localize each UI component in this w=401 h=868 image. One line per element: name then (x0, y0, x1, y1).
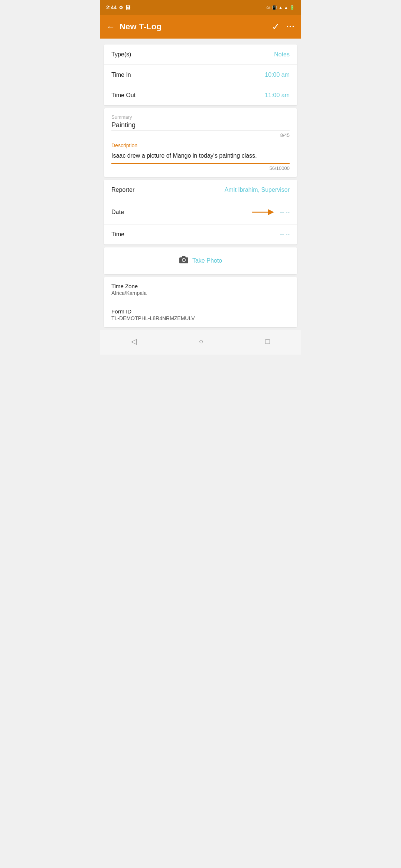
status-time: 2:44 (106, 4, 117, 10)
time-out-value: 11:00 am (265, 92, 290, 99)
time-placeholder: -- -- (280, 231, 290, 238)
time-out-row[interactable]: Time Out 11:00 am (104, 85, 297, 105)
time-row[interactable]: Time -- -- (104, 224, 297, 244)
camera-icon (179, 256, 189, 266)
description-label: Description (111, 142, 290, 148)
take-photo-card[interactable]: Take Photo (104, 247, 297, 274)
info-card: Time Zone Africa/Kampala Form ID TL-DEMO… (104, 277, 297, 327)
type-row[interactable]: Type(s) Notes (104, 45, 297, 65)
app-bar: ← New T-Log ✓ ⋮ (100, 15, 301, 39)
arrow-right-icon (251, 207, 277, 217)
vibrate-icon: 📳 (272, 5, 277, 10)
signal-icon: ▲ (284, 5, 288, 10)
timezone-value: Africa/Kampala (111, 290, 290, 296)
back-button[interactable]: ← (106, 22, 115, 32)
app-bar-actions: ✓ ⋮ (272, 21, 295, 33)
summary-field[interactable]: Summary Painting 8/45 (111, 114, 290, 138)
nav-recent-button[interactable]: □ (256, 334, 278, 349)
nav-bar: ◁ ○ □ (100, 330, 301, 355)
more-options-button[interactable]: ⋮ (286, 22, 294, 31)
nav-home-button[interactable]: ○ (190, 334, 212, 349)
gallery-icon: 🖼 (125, 5, 130, 10)
description-field[interactable]: Description Isaac drew a picture of Mang… (111, 142, 290, 171)
timezone-title: Time Zone (111, 283, 290, 289)
time-in-value: 10:00 am (265, 72, 290, 78)
reporter-row[interactable]: Reporter Amit Ibrahim, Supervisor (104, 180, 297, 200)
save-button[interactable]: ✓ (272, 21, 280, 33)
time-label: Time (111, 231, 124, 238)
time-in-label: Time In (111, 72, 131, 78)
summary-description-card: Summary Painting 8/45 Description Isaac … (104, 108, 297, 177)
date-arrow-area: -- -- (124, 207, 290, 217)
summary-float-label: Summary (111, 114, 290, 120)
form-id-value: TL-DEMOTPHL-L8R4NRMZEMULV (111, 315, 290, 321)
reporter-label: Reporter (111, 187, 134, 193)
description-value: Isaac drew a picture of Mango in today's… (111, 151, 290, 164)
summary-value: Painting (111, 121, 290, 131)
form-id-title: Form ID (111, 308, 290, 315)
timezone-row: Time Zone Africa/Kampala (104, 277, 297, 302)
take-photo-label: Take Photo (192, 257, 222, 264)
type-label: Type(s) (111, 51, 131, 58)
reporter-card: Reporter Amit Ibrahim, Supervisor Date -… (104, 180, 297, 244)
content-area: Type(s) Notes Time In 10:00 am Time Out … (100, 39, 301, 358)
reporter-value: Amit Ibrahim, Supervisor (225, 187, 290, 193)
wifi-icon: ▲ (278, 5, 283, 10)
form-id-row: Form ID TL-DEMOTPHL-L8R4NRMZEMULV (104, 302, 297, 327)
bag-icon: 🛍 (266, 5, 270, 10)
description-counter: 56/10000 (111, 165, 290, 171)
date-placeholder: -- -- (280, 209, 290, 216)
status-bar: 2:44 ⚙ 🖼 🛍 📳 ▲ ▲ 🔋 (100, 0, 301, 15)
svg-point-2 (182, 259, 185, 262)
date-label: Date (111, 209, 124, 216)
status-icons-right: 🛍 📳 ▲ ▲ 🔋 (266, 5, 295, 10)
battery-icon: 🔋 (290, 5, 295, 10)
summary-counter: 8/45 (111, 132, 290, 138)
nav-back-button[interactable]: ◁ (122, 334, 146, 349)
type-time-card: Type(s) Notes Time In 10:00 am Time Out … (104, 45, 297, 105)
status-time-area: 2:44 ⚙ 🖼 (106, 4, 130, 10)
date-row[interactable]: Date -- -- (104, 200, 297, 224)
time-out-label: Time Out (111, 92, 136, 99)
page-title: New T-Log (120, 22, 267, 32)
time-in-row[interactable]: Time In 10:00 am (104, 65, 297, 85)
settings-icon: ⚙ (119, 5, 123, 10)
type-value: Notes (274, 51, 290, 58)
